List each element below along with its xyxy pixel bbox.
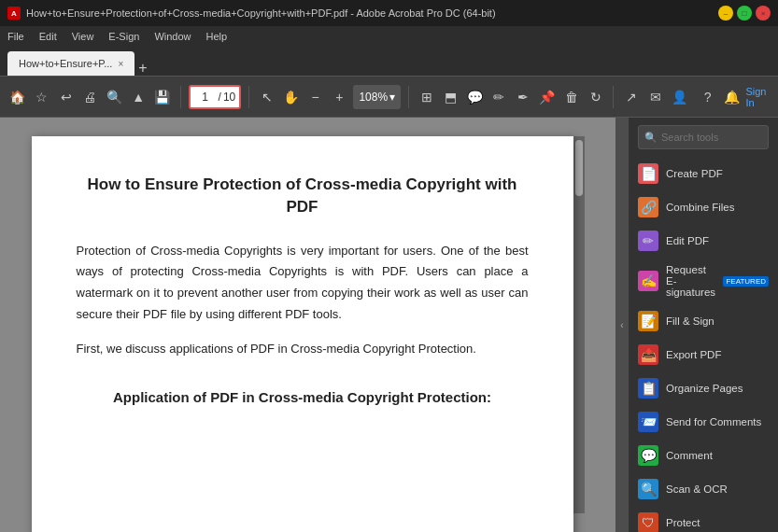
tool-icon-scan-ocr: 🔍 bbox=[638, 479, 658, 499]
menu-bar: File Edit View E-Sign Window Help bbox=[0, 26, 778, 47]
pdf-para2: First, we discuss applications of PDF in… bbox=[77, 339, 529, 360]
tool-icon-combine-files: 🔗 bbox=[638, 197, 658, 217]
stamp-tool[interactable]: 📌 bbox=[537, 84, 558, 110]
tool-item-edit-pdf[interactable]: ✏Edit PDF bbox=[629, 224, 778, 258]
tool-label-combine-files: Combine Files bbox=[666, 202, 735, 213]
menu-help[interactable]: Help bbox=[206, 31, 228, 42]
new-tab-button[interactable]: + bbox=[138, 61, 147, 76]
tool-icon-organize-pages: 📋 bbox=[638, 378, 658, 399]
toolbar-separator-2 bbox=[248, 86, 249, 108]
page-up-button[interactable]: ▲ bbox=[128, 84, 149, 110]
scroll-mode-button[interactable]: ⬒ bbox=[441, 84, 461, 110]
mail-tool[interactable]: ✉ bbox=[645, 84, 666, 110]
tool-icon-request-esignatures: ✍ bbox=[638, 271, 658, 291]
minimize-button[interactable]: – bbox=[718, 6, 733, 21]
window-title: How+to+Ensure+Protection+of+Cross-media+… bbox=[26, 7, 496, 19]
sign-in-button[interactable]: Sign In bbox=[745, 86, 771, 108]
main-area: How to Ensure Protection of Cross-media … bbox=[0, 118, 778, 532]
menu-esign[interactable]: E-Sign bbox=[108, 31, 139, 42]
right-panel-header: 🔍 bbox=[629, 118, 778, 157]
tools-list: 📄Create PDF🔗Combine Files✏Edit PDF✍Reque… bbox=[629, 157, 778, 532]
print-button[interactable]: 🖨 bbox=[79, 84, 100, 110]
tool-item-comment[interactable]: 💬Comment bbox=[629, 439, 778, 472]
bookmark-button[interactable]: ☆ bbox=[32, 84, 52, 110]
highlight-tool[interactable]: ✒ bbox=[513, 84, 533, 110]
zoom-out-btn[interactable]: − bbox=[305, 84, 326, 110]
back-button[interactable]: ↩ bbox=[56, 84, 77, 110]
tool-label-edit-pdf: Edit PDF bbox=[666, 235, 709, 246]
tool-item-organize-pages[interactable]: 📋Organize Pages bbox=[629, 371, 778, 405]
tool-label-create-pdf: Create PDF bbox=[666, 168, 723, 179]
toolbar-separator-1 bbox=[180, 86, 181, 108]
scroll-thumb[interactable] bbox=[575, 140, 583, 196]
pdf-para1: Protection of Cross-media Copyrights is … bbox=[77, 241, 529, 326]
tool-label-request-esignatures: Request E-signatures bbox=[666, 264, 715, 298]
tab-bar: How+to+Ensure+P... × + bbox=[0, 47, 778, 77]
right-panel: 🔍 📄Create PDF🔗Combine Files✏Edit PDF✍Req… bbox=[629, 118, 778, 532]
tool-icon-export-pdf: 📤 bbox=[638, 344, 658, 365]
menu-view[interactable]: View bbox=[72, 31, 94, 42]
zoom-dropdown-icon: ▾ bbox=[389, 91, 395, 104]
maximize-button[interactable]: □ bbox=[737, 6, 752, 21]
save-button[interactable]: 💾 bbox=[152, 84, 173, 110]
pdf-section-title: Application of PDF in Cross-media Copyri… bbox=[77, 385, 529, 410]
fit-page-button[interactable]: ⊞ bbox=[417, 84, 437, 110]
page-total: 10 bbox=[223, 91, 235, 104]
tool-icon-edit-pdf: ✏ bbox=[638, 231, 658, 251]
delete-tool[interactable]: 🗑 bbox=[561, 84, 582, 110]
tool-label-protect: Protect bbox=[666, 517, 700, 528]
draw-tool[interactable]: ✏ bbox=[488, 84, 509, 110]
search-icon: 🔍 bbox=[644, 132, 658, 144]
tool-label-fill-sign: Fill & Sign bbox=[666, 315, 714, 327]
tool-icon-fill-sign: 📝 bbox=[638, 311, 658, 331]
tool-label-organize-pages: Organize Pages bbox=[666, 383, 743, 394]
tool-item-export-pdf[interactable]: 📤Export PDF bbox=[629, 338, 778, 371]
page-navigation: / 10 bbox=[189, 85, 242, 109]
tab-close-button[interactable]: × bbox=[118, 59, 123, 69]
tab-label: How+to+Ensure+P... bbox=[19, 58, 112, 69]
search-tools-input[interactable] bbox=[661, 132, 762, 143]
bell-icon[interactable]: 🔔 bbox=[722, 84, 743, 110]
page-number-input[interactable] bbox=[194, 91, 217, 104]
select-tool[interactable]: ↖ bbox=[257, 84, 277, 110]
share-tool[interactable]: ↗ bbox=[621, 84, 642, 110]
menu-edit[interactable]: Edit bbox=[39, 31, 57, 42]
hand-tool[interactable]: ✋ bbox=[281, 84, 302, 110]
page-separator: / bbox=[219, 91, 221, 104]
tool-item-combine-files[interactable]: 🔗Combine Files bbox=[629, 190, 778, 224]
tool-item-fill-sign[interactable]: 📝Fill & Sign bbox=[629, 304, 778, 338]
tab-current[interactable]: How+to+Ensure+P... × bbox=[7, 51, 134, 76]
tool-item-protect[interactable]: 🛡Protect bbox=[629, 506, 778, 532]
pdf-viewer[interactable]: How to Ensure Protection of Cross-media … bbox=[0, 118, 615, 532]
app-icon: A bbox=[7, 7, 21, 20]
tool-item-scan-ocr[interactable]: 🔍Scan & OCR bbox=[629, 472, 778, 506]
tool-label-send-comments: Send for Comments bbox=[666, 416, 761, 427]
comment-tool[interactable]: 💬 bbox=[465, 84, 486, 110]
toolbar-separator-3 bbox=[408, 86, 409, 108]
refresh-tool[interactable]: ↻ bbox=[586, 84, 606, 110]
tool-item-send-comments[interactable]: 📨Send for Comments bbox=[629, 405, 778, 439]
pdf-title: How to Ensure Protection of Cross-media … bbox=[77, 174, 529, 218]
panel-collapse-handle[interactable]: ‹ bbox=[615, 118, 629, 532]
tool-icon-create-pdf: 📄 bbox=[638, 163, 658, 184]
zoom-level[interactable]: 108% ▾ bbox=[353, 85, 401, 109]
zoom-in-btn[interactable]: + bbox=[330, 84, 350, 110]
tool-item-request-esignatures[interactable]: ✍Request E-signaturesFEATURED bbox=[629, 258, 778, 304]
title-bar: A How+to+Ensure+Protection+of+Cross-medi… bbox=[0, 0, 778, 26]
help-icon[interactable]: ? bbox=[698, 84, 718, 110]
zoom-value: 108% bbox=[359, 91, 388, 104]
toolbar: 🏠 ☆ ↩ 🖨 🔍 ▲ 💾 / 10 ↖ ✋ − + 108% ▾ ⊞ ⬒ 💬 … bbox=[0, 77, 778, 118]
user-tool[interactable]: 👤 bbox=[670, 84, 690, 110]
close-button[interactable]: × bbox=[756, 6, 771, 21]
tool-item-create-pdf[interactable]: 📄Create PDF bbox=[629, 157, 778, 190]
menu-window[interactable]: Window bbox=[154, 31, 191, 42]
zoom-out-toolbar[interactable]: 🔍 bbox=[104, 84, 124, 110]
window-controls: – □ × bbox=[718, 6, 771, 21]
tool-label-comment: Comment bbox=[666, 450, 713, 461]
tool-label-scan-ocr: Scan & OCR bbox=[666, 483, 728, 495]
home-button[interactable]: 🏠 bbox=[7, 84, 28, 110]
tool-icon-protect: 🛡 bbox=[638, 512, 658, 532]
pdf-scrollbar[interactable] bbox=[573, 136, 585, 513]
menu-file[interactable]: File bbox=[7, 31, 24, 42]
featured-badge: FEATURED bbox=[723, 276, 769, 287]
